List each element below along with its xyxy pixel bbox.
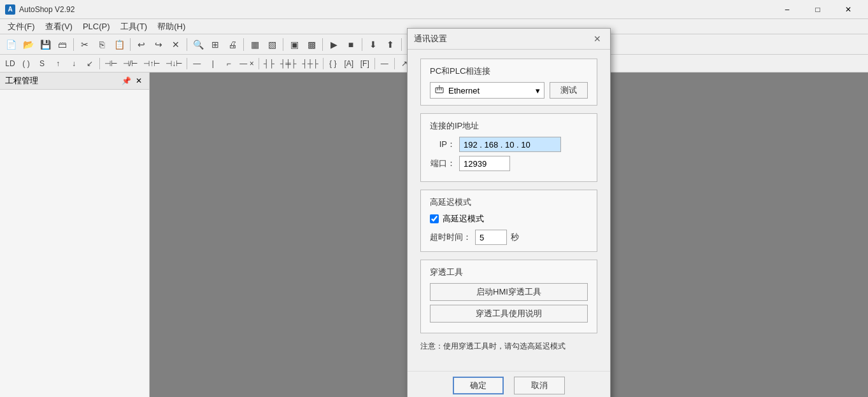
paste-button[interactable]: 📋 — [111, 36, 127, 53]
ip-address-section: 连接的IP地址 IP： 端口： — [420, 113, 597, 182]
print-button[interactable]: 🖨 — [224, 36, 241, 53]
dropdown-arrow-icon: ▾ — [536, 85, 540, 95]
insert-contact[interactable]: ⊣⊢ — [102, 56, 120, 71]
nop-s[interactable]: S — [34, 56, 50, 71]
connection-row: Ethernet ▾ 测试 — [430, 82, 588, 99]
open-button[interactable]: 📂 — [20, 36, 36, 53]
func-btn3[interactable]: [F] — [357, 56, 373, 71]
sidebar-close-button[interactable]: ✕ — [134, 76, 144, 86]
search-replace-button[interactable]: ⊞ — [207, 36, 224, 53]
toolbar-sep-7 — [362, 38, 362, 51]
upload-button[interactable]: ⬆ — [382, 36, 399, 53]
dialog-close-button[interactable]: ✕ — [591, 32, 604, 45]
find-button[interactable]: 🔍 — [190, 36, 206, 53]
dialog-title: 通讯设置 — [414, 33, 447, 45]
insert-neg[interactable]: ⊣↓⊢ — [163, 56, 185, 71]
run-button[interactable]: ▶ — [325, 36, 342, 53]
delete-button[interactable]: ✕ — [167, 36, 184, 53]
ip-label: IP： — [430, 139, 455, 150]
latency-section-label: 高延迟模式 — [430, 197, 588, 208]
corner-line[interactable]: ⌐ — [221, 56, 236, 71]
passthrough-section: 穿透工具 启动HMI穿透工具 穿透工具使用说明 — [420, 260, 597, 333]
line-h[interactable]: — — [377, 56, 392, 71]
btn8[interactable]: ▩ — [303, 36, 320, 53]
sidebar-pin-button[interactable]: 📌 — [121, 76, 131, 86]
tb2-sep-4 — [323, 58, 324, 69]
ladder-s[interactable]: LD — [3, 56, 18, 71]
ip-input[interactable] — [459, 137, 561, 152]
connection-type-select[interactable]: Ethernet ▾ — [430, 82, 544, 99]
app-title: AutoShop V2.92 — [19, 5, 772, 14]
tb2-sep-3 — [259, 58, 259, 69]
func-btn2[interactable]: [A] — [341, 56, 357, 71]
content-area: 通讯设置 ✕ PC和PLC相连接 — [150, 73, 868, 397]
toolbar-sep-5 — [283, 38, 283, 51]
insert-ncontact[interactable]: ⊣/⊢ — [120, 56, 140, 71]
btn7[interactable]: ▣ — [286, 36, 302, 53]
btn5[interactable]: ▦ — [246, 36, 263, 53]
coil-s[interactable]: ( ) — [18, 56, 34, 71]
window-controls: – □ ✕ — [772, 0, 863, 19]
undo-button[interactable]: ↩ — [133, 36, 150, 53]
redo-button[interactable]: ↪ — [150, 36, 167, 53]
download-button[interactable]: ⬇ — [365, 36, 381, 53]
main-area: 工程管理 📌 ✕ 通讯设置 ✕ PC和PLC相连接 — [0, 73, 868, 397]
test-button[interactable]: 测试 — [550, 82, 588, 99]
timeout-input[interactable] — [475, 230, 507, 245]
up-arrow[interactable]: ↑ — [50, 56, 66, 71]
toolbar-sep-4 — [243, 38, 244, 51]
timeout-label: 超时时间： — [430, 232, 471, 243]
sidebar: 工程管理 📌 ✕ — [0, 73, 150, 397]
save-all-button[interactable]: 🗃 — [54, 36, 71, 53]
fb-insert[interactable]: ┤├ — [261, 56, 277, 71]
minimize-button[interactable]: – — [772, 0, 802, 19]
menu-plc[interactable]: PLC(P) — [78, 20, 115, 32]
dialog-titlebar[interactable]: 通讯设置 ✕ — [408, 29, 610, 50]
pc-plc-label: PC和PLC相连接 — [430, 66, 588, 77]
timeout-unit: 秒 — [511, 232, 519, 243]
cancel-button[interactable]: 取消 — [514, 377, 565, 394]
ip-row: IP： — [430, 137, 588, 152]
del-horiz[interactable]: — × — [237, 56, 256, 71]
toolbar-sep-8 — [401, 38, 402, 51]
menu-view[interactable]: 查看(V) — [40, 20, 78, 34]
menu-tools[interactable]: 工具(T) — [115, 20, 153, 34]
close-button[interactable]: ✕ — [834, 0, 863, 19]
ok-button[interactable]: 确定 — [453, 377, 504, 394]
down-diag[interactable]: ↙ — [82, 56, 97, 71]
save-button[interactable]: 💾 — [37, 36, 53, 53]
latency-checkbox-label[interactable]: 高延迟模式 — [443, 213, 484, 225]
ip-section-label: 连接的IP地址 — [430, 120, 588, 132]
menu-help[interactable]: 帮助(H) — [152, 20, 190, 34]
ethernet-icon — [434, 85, 445, 95]
menu-file[interactable]: 文件(F) — [3, 20, 40, 34]
btn6[interactable]: ▧ — [264, 36, 280, 53]
toolbar-sep-6 — [322, 38, 323, 51]
down-arrow[interactable]: ↓ — [66, 56, 82, 71]
dialog-footer: 确定 取消 — [408, 371, 610, 397]
latency-checkbox[interactable] — [430, 214, 439, 223]
latency-section: 高延迟模式 高延迟模式 超时时间： 秒 — [420, 190, 597, 252]
sidebar-header: 工程管理 📌 ✕ — [0, 73, 149, 90]
title-bar: A AutoShop V2.92 – □ ✕ — [0, 0, 868, 19]
fb-insert3[interactable]: ┤┼├ — [299, 56, 321, 71]
vert-line[interactable]: | — [205, 56, 220, 71]
passthrough-label: 穿透工具 — [430, 267, 588, 278]
tb2-sep-2 — [187, 58, 187, 69]
port-label: 端口： — [430, 158, 455, 169]
maximize-button[interactable]: □ — [803, 0, 832, 19]
port-input[interactable] — [459, 156, 510, 171]
insert-pos[interactable]: ⊣↑⊢ — [141, 56, 162, 71]
start-hmi-button[interactable]: 启动HMI穿透工具 — [430, 283, 588, 301]
fb-insert2[interactable]: ┤╪├ — [278, 56, 299, 71]
stop-button[interactable]: ■ — [343, 36, 359, 53]
sidebar-title: 工程管理 — [5, 75, 38, 87]
func-btn[interactable]: { } — [325, 56, 341, 71]
horiz-line[interactable]: — — [189, 56, 204, 71]
copy-button[interactable]: ⎘ — [94, 36, 110, 53]
cut-button[interactable]: ✂ — [76, 36, 93, 53]
new-button[interactable]: 📄 — [3, 36, 19, 53]
toolbar-sep-2 — [130, 38, 131, 51]
tb2-sep-6 — [394, 58, 395, 69]
passthrough-help-button[interactable]: 穿透工具使用说明 — [430, 305, 588, 323]
